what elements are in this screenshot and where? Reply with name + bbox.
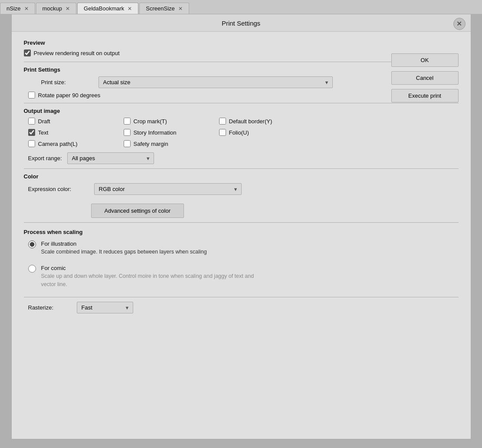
default-border-checkbox[interactable] — [219, 118, 226, 125]
tab-geldabookmark-label: GeldaBookmark — [84, 5, 124, 12]
dialog-close-button[interactable]: ✕ — [453, 18, 466, 30]
output-folio-row: Folio(U) — [219, 129, 332, 136]
print-size-select-wrapper: Actual size Fit to page Custom — [98, 76, 333, 88]
crop-mark-label: Crop mark(T) — [134, 118, 167, 125]
divider-2 — [24, 103, 459, 103]
preview-checkbox-label: Preview rendering result on output — [34, 50, 120, 56]
right-buttons-panel: OK Cancel Execute print — [391, 53, 459, 102]
folio-checkbox[interactable] — [219, 129, 226, 136]
for-comic-radio[interactable] — [28, 265, 36, 273]
output-image-grid: Draft Crop mark(T) Default border(Y) Tex… — [28, 118, 459, 147]
preview-section-label: Preview — [24, 40, 459, 46]
output-cropmark-row: Crop mark(T) — [124, 118, 219, 125]
color-section: Color Expression color: RGB color CMYK c… — [24, 173, 459, 218]
crop-mark-checkbox[interactable] — [124, 118, 131, 125]
story-information-checkbox[interactable] — [124, 129, 131, 136]
rotate-paper-label: Rotate paper 90 degrees — [38, 92, 101, 99]
for-comic-label: For comic — [41, 265, 66, 271]
execute-print-button[interactable]: Execute print — [391, 89, 459, 102]
ok-button[interactable]: OK — [391, 53, 459, 67]
for-comic-description: Scale up and down whole layer. Control m… — [41, 272, 258, 289]
for-illustration-label: For illustration — [41, 240, 77, 247]
folio-label: Folio(U) — [229, 129, 249, 136]
export-range-label: Export range: — [28, 155, 62, 161]
output-text-row: Text — [28, 129, 124, 136]
tab-nsize-label: nSize — [7, 5, 21, 12]
expression-color-select[interactable]: RGB color CMYK color Grayscale — [94, 183, 242, 195]
text-label: Text — [38, 129, 49, 136]
cancel-button[interactable]: Cancel — [391, 71, 459, 85]
color-section-label: Color — [24, 173, 459, 180]
for-comic-option: For comic Scale up and down whole layer.… — [28, 265, 459, 289]
expression-color-select-wrapper: RGB color CMYK color Grayscale — [94, 183, 242, 195]
expression-color-label: Expression color: — [28, 186, 89, 192]
tab-geldabookmark-close[interactable]: ✕ — [128, 6, 132, 12]
text-checkbox[interactable] — [28, 129, 35, 136]
tab-nsize-close[interactable]: ✕ — [24, 6, 29, 12]
for-illustration-option: For illustration Scale combined image. I… — [28, 240, 459, 256]
tab-mockup-close[interactable]: ✕ — [66, 6, 70, 12]
output-safetymargin-row: Safety margin — [124, 140, 219, 147]
camera-path-checkbox[interactable] — [28, 140, 35, 147]
divider-5 — [24, 297, 459, 297]
advanced-settings-color-button[interactable]: Advanced settings of color — [91, 204, 184, 218]
tab-bar: nSize ✕ mockup ✕ GeldaBookmark ✕ ScreenS… — [0, 0, 482, 14]
tab-screensize[interactable]: ScreenSize ✕ — [139, 3, 189, 14]
tab-screensize-label: ScreenSize — [146, 5, 174, 12]
divider-4 — [24, 222, 459, 223]
print-settings-dialog: Print Settings ✕ OK Cancel Execute print… — [11, 14, 471, 439]
tab-geldabookmark[interactable]: GeldaBookmark ✕ — [77, 3, 138, 14]
export-range-select-wrapper: All pages Current page Selection — [67, 152, 154, 164]
print-size-label: Print size: — [41, 79, 93, 86]
rasterize-row: Rasterize: Fast Quality Best — [28, 302, 459, 313]
divider-3 — [24, 168, 459, 169]
draft-label: Draft — [38, 118, 50, 125]
rasterize-label: Rasterize: — [28, 304, 72, 311]
output-camerapath-row: Camera path(L) — [28, 140, 124, 147]
rasterize-select-wrapper: Fast Quality Best — [77, 302, 133, 313]
expression-color-row: Expression color: RGB color CMYK color G… — [28, 183, 459, 195]
output-defaultborder-row: Default border(Y) — [219, 118, 332, 125]
tab-mockup-label: mockup — [43, 5, 62, 12]
for-illustration-radio[interactable] — [28, 240, 36, 248]
safety-margin-checkbox[interactable] — [124, 140, 131, 147]
tab-mockup[interactable]: mockup ✕ — [36, 3, 77, 14]
process-when-scaling-section: Process when scaling For illustration Sc… — [24, 229, 459, 288]
camera-path-label: Camera path(L) — [38, 141, 78, 147]
output-image-section-label: Output image — [24, 108, 459, 114]
dialog-title: Print Settings — [222, 20, 260, 27]
default-border-label: Default border(Y) — [229, 118, 272, 125]
preview-checkbox[interactable] — [24, 49, 31, 56]
tab-nsize[interactable]: nSize ✕ — [0, 3, 35, 14]
print-size-select[interactable]: Actual size Fit to page Custom — [98, 76, 333, 88]
safety-margin-label: Safety margin — [134, 141, 168, 147]
output-draft-row: Draft — [28, 118, 124, 125]
export-range-select[interactable]: All pages Current page Selection — [67, 152, 154, 164]
output-image-section: Output image Draft Crop mark(T) Default … — [24, 108, 459, 164]
draft-checkbox[interactable] — [28, 118, 35, 125]
tab-screensize-close[interactable]: ✕ — [178, 6, 183, 12]
process-section-label: Process when scaling — [24, 229, 459, 235]
story-information-label: Story Information — [134, 129, 177, 136]
dialog-title-bar: Print Settings ✕ — [12, 14, 471, 32]
rasterize-select[interactable]: Fast Quality Best — [77, 302, 133, 313]
export-range-row: Export range: All pages Current page Sel… — [28, 152, 459, 164]
rotate-paper-checkbox[interactable] — [28, 92, 35, 99]
for-illustration-description: Scale combined image. It reduces gaps be… — [41, 248, 207, 256]
output-storyinfo-row: Story Information — [124, 129, 219, 136]
